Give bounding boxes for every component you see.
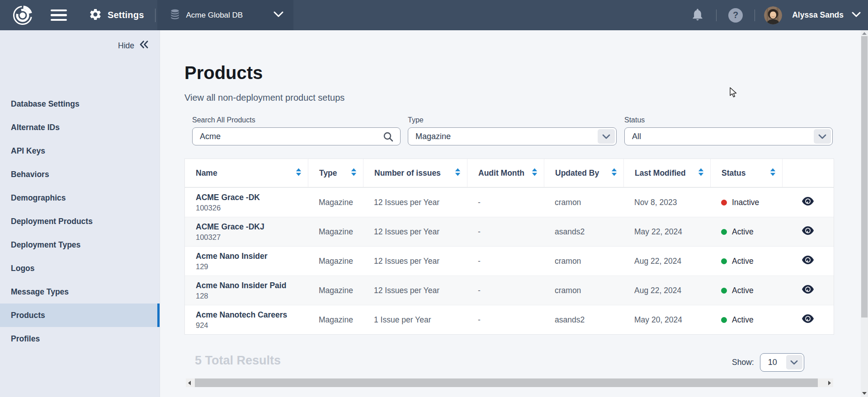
cell-type: Magazine (308, 286, 363, 295)
horizontal-scrollbar-thumb[interactable] (195, 378, 818, 387)
cell-type: Magazine (308, 198, 363, 207)
sort-icon[interactable] (698, 168, 704, 178)
view-details-eye-icon[interactable] (802, 285, 814, 296)
column-label: Number of issues (374, 168, 441, 178)
cell-audit-month: - (467, 315, 544, 325)
column-header-updated-by[interactable]: Updated By (544, 159, 623, 187)
sort-icon[interactable] (351, 168, 357, 178)
sort-icon[interactable] (770, 168, 776, 178)
column-label: Name (196, 168, 217, 178)
search-label: Search All Products (192, 116, 401, 124)
search-input[interactable] (193, 132, 400, 141)
table-row-acme-nano-insider-paid[interactable]: Acme Nano Insider Paid128Magazine12 Issu… (185, 276, 834, 305)
type-select[interactable]: Magazine (408, 127, 617, 145)
sort-icon[interactable] (455, 168, 461, 178)
product-id: 924 (196, 321, 308, 330)
search-icon[interactable] (382, 131, 394, 145)
status-select[interactable]: All (624, 127, 833, 145)
product-name: Acme Nano Insider (196, 252, 308, 261)
products-table: NameTypeNumber of issuesAudit MonthUpdat… (184, 159, 834, 335)
gear-icon (89, 8, 102, 23)
database-selector[interactable]: Acme Global DB (157, 0, 294, 30)
notifications-bell-icon[interactable] (691, 7, 704, 23)
table-row-acme-grace-dkj[interactable]: ACME Grace -DKJ100327Magazine12 Issues p… (185, 217, 834, 246)
cell-last-modified: May 20, 2024 (623, 315, 710, 325)
scroll-left-icon[interactable] (186, 378, 193, 387)
page-size-select[interactable]: 10 (760, 353, 804, 372)
page-size-value: 10 (760, 358, 777, 367)
main-content: Products View all non-deployment product… (160, 30, 861, 397)
column-header-status[interactable]: Status (710, 159, 782, 187)
type-value: Magazine (408, 132, 451, 141)
view-details-eye-icon[interactable] (802, 256, 814, 266)
sidebar: Hide Database SettingsAlternate IDsAPI K… (0, 30, 160, 397)
scroll-down-icon[interactable] (862, 392, 867, 395)
sidebar-item-products[interactable]: Products (0, 304, 160, 327)
cell-number-of-issues: 12 Issues per Year (363, 227, 467, 237)
chevron-down-icon[interactable] (814, 129, 831, 144)
sort-icon[interactable] (296, 168, 302, 178)
menu-icon[interactable] (51, 9, 67, 21)
sidebar-item-deployment-products[interactable]: Deployment Products (0, 210, 160, 233)
hide-sidebar-button[interactable]: Hide (118, 40, 149, 51)
vertical-scrollbar[interactable] (861, 30, 868, 397)
product-name: ACME Grace -DK (196, 193, 308, 202)
view-product-button[interactable] (782, 314, 834, 325)
cell-audit-month: - (467, 227, 544, 237)
cell-updated-by: cramon (544, 198, 623, 207)
product-id: 100326 (196, 204, 308, 212)
chevron-down-icon (274, 11, 283, 19)
chevron-down-icon[interactable] (598, 129, 615, 144)
column-header-last-modified[interactable]: Last Modified (623, 159, 710, 187)
column-header-name[interactable]: Name (185, 159, 308, 187)
status-text: Active (732, 315, 754, 325)
cell-last-modified: Nov 8, 2023 (623, 198, 710, 207)
sidebar-item-alternate-ids[interactable]: Alternate IDs (0, 116, 160, 139)
view-details-eye-icon[interactable] (802, 197, 814, 208)
chevron-down-icon[interactable] (852, 11, 861, 19)
view-product-button[interactable] (782, 285, 834, 296)
sidebar-item-logos[interactable]: Logos (0, 257, 160, 280)
horizontal-scrollbar[interactable] (186, 378, 833, 387)
sidebar-item-demographics[interactable]: Demographics (0, 186, 160, 210)
help-icon[interactable]: ? (728, 8, 743, 23)
sidebar-item-profiles[interactable]: Profiles (0, 327, 160, 350)
table-header: NameTypeNumber of issuesAudit MonthUpdat… (185, 159, 834, 187)
product-name: Acme Nano Insider Paid (196, 281, 308, 290)
table-row-acme-nanotech-careers[interactable]: Acme Nanotech Careers924Magazine1 Issue … (185, 305, 834, 334)
sort-icon[interactable] (611, 168, 617, 178)
status-text: Active (732, 227, 754, 237)
sidebar-item-message-types[interactable]: Message Types (0, 280, 160, 304)
table-row-acme-grace-dk[interactable]: ACME Grace -DK100326Magazine12 Issues pe… (185, 187, 834, 217)
sort-icon[interactable] (532, 168, 538, 178)
sidebar-item-deployment-types[interactable]: Deployment Types (0, 233, 160, 257)
cell-name: Acme Nanotech Careers924 (185, 310, 308, 330)
sidebar-item-behaviors[interactable]: Behaviors (0, 163, 160, 186)
view-product-button[interactable] (782, 197, 834, 208)
view-details-eye-icon[interactable] (802, 226, 814, 237)
column-header-type[interactable]: Type (308, 159, 363, 187)
status-dot (721, 229, 727, 235)
cell-type: Magazine (308, 315, 363, 325)
double-chevron-left-icon (139, 40, 149, 51)
scroll-up-icon[interactable] (862, 32, 867, 35)
cell-status: Inactive (710, 198, 782, 207)
table-row-acme-nano-insider[interactable]: Acme Nano Insider129Magazine12 Issues pe… (185, 246, 834, 276)
view-product-button[interactable] (782, 256, 834, 266)
scroll-right-icon[interactable] (826, 378, 833, 387)
view-product-button[interactable] (782, 226, 834, 237)
status-text: Active (732, 286, 754, 295)
column-label: Last Modified (635, 168, 686, 178)
column-header-audit-month[interactable]: Audit Month (467, 159, 544, 187)
view-details-eye-icon[interactable] (802, 314, 814, 325)
brand-logo-icon[interactable] (13, 5, 33, 25)
vertical-scrollbar-thumb[interactable] (861, 36, 868, 318)
database-name: Acme Global DB (186, 11, 243, 20)
column-header-number-of-issues[interactable]: Number of issues (363, 159, 467, 187)
cell-last-modified: May 22, 2024 (623, 227, 710, 237)
cell-name: Acme Nano Insider Paid128 (185, 281, 308, 300)
avatar[interactable] (764, 6, 782, 24)
sidebar-item-api-keys[interactable]: API Keys (0, 139, 160, 163)
sidebar-item-database-settings[interactable]: Database Settings (0, 92, 160, 116)
chevron-down-icon[interactable] (786, 355, 802, 369)
